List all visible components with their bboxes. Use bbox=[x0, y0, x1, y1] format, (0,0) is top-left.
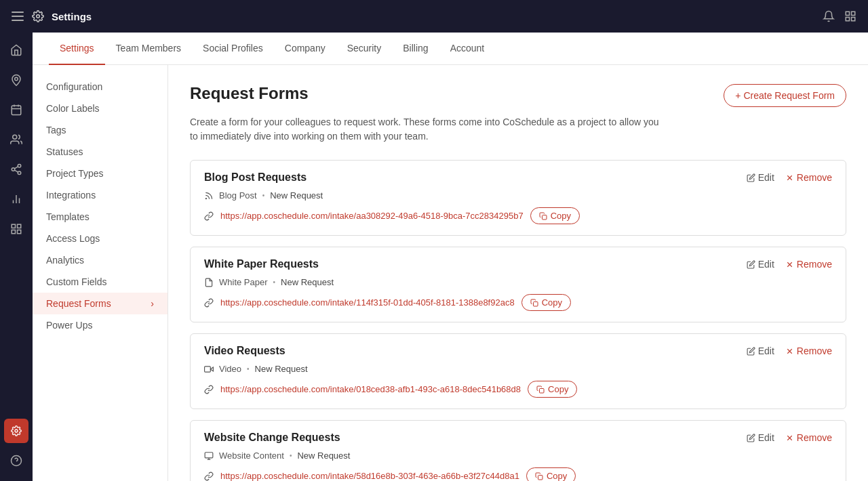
copy-icon-website-change bbox=[535, 472, 543, 480]
sidebar-icon-people[interactable] bbox=[4, 127, 28, 152]
sidebar-item-project-types[interactable]: Project Types bbox=[33, 163, 167, 184]
copy-white-paper-button[interactable]: Copy bbox=[521, 294, 571, 311]
sidebar-item-configuration[interactable]: Configuration bbox=[33, 76, 167, 98]
sidebar-item-tags[interactable]: Tags bbox=[33, 119, 167, 141]
copy-blog-post-button[interactable]: Copy bbox=[530, 207, 580, 224]
remove-blog-post-button[interactable]: Remove bbox=[785, 172, 832, 183]
remove-blog-post-label: Remove bbox=[797, 172, 832, 183]
copy-icon-video bbox=[536, 385, 545, 394]
page-header: Request Forms + Create Request Form bbox=[190, 84, 846, 107]
edit-blog-post-label: Edit bbox=[758, 172, 774, 183]
svg-point-8 bbox=[15, 77, 18, 81]
chevron-right-icon: › bbox=[151, 298, 154, 309]
sidebar-item-color-labels[interactable]: Color Labels bbox=[33, 98, 167, 119]
edit-video-button[interactable]: Edit bbox=[747, 346, 774, 356]
svg-rect-4 bbox=[846, 12, 849, 15]
top-bar-right bbox=[822, 9, 857, 23]
form-card-website-change-actions: Edit Remove bbox=[747, 432, 832, 443]
svg-rect-0 bbox=[12, 12, 24, 13]
sidebar-item-power-ups[interactable]: Power Ups bbox=[33, 314, 167, 336]
remove-video-button[interactable]: Remove bbox=[785, 346, 832, 356]
bell-icon[interactable] bbox=[822, 9, 835, 23]
app-title: Settings bbox=[52, 11, 92, 22]
form-badge-video: New Request bbox=[255, 364, 308, 374]
sidebar-icon-location[interactable] bbox=[4, 68, 28, 92]
svg-rect-22 bbox=[12, 224, 15, 228]
svg-line-18 bbox=[14, 167, 18, 169]
settings-gear-icon bbox=[31, 9, 45, 23]
url-website-change[interactable]: https://app.coschedule.com/intake/58d16e… bbox=[220, 471, 519, 481]
sidebar-item-request-forms[interactable]: Request Forms › bbox=[33, 293, 167, 314]
sidebar-icon-calendar[interactable] bbox=[4, 98, 28, 122]
sidebar-icon-integrations[interactable] bbox=[4, 217, 28, 241]
sidebar-item-templates[interactable]: Templates bbox=[33, 206, 167, 228]
create-request-form-button[interactable]: + Create Request Form bbox=[724, 84, 846, 107]
tab-account[interactable]: Account bbox=[439, 33, 496, 65]
document-icon-white-paper bbox=[204, 278, 214, 287]
sidebar-icon-home[interactable] bbox=[4, 38, 28, 62]
sidebar-item-request-forms-label: Request Forms bbox=[46, 298, 111, 309]
remove-white-paper-button[interactable]: Remove bbox=[785, 259, 832, 270]
sidebar-item-custom-fields[interactable]: Custom Fields bbox=[33, 271, 167, 293]
svg-rect-46 bbox=[538, 475, 542, 480]
main-content: Request Forms + Create Request Form Crea… bbox=[168, 65, 868, 481]
form-type-white-paper: White Paper bbox=[219, 277, 268, 287]
svg-rect-35 bbox=[533, 301, 538, 306]
copy-website-change-label: Copy bbox=[547, 471, 567, 481]
form-card-video-header: Video Requests Edit Remove bbox=[204, 345, 832, 357]
form-badge-website-change: New Request bbox=[297, 451, 350, 461]
form-card-video-actions: Edit Remove bbox=[747, 346, 832, 356]
gear-settings-icon[interactable] bbox=[4, 419, 28, 443]
svg-rect-32 bbox=[542, 215, 547, 219]
form-card-video-meta: Video • New Request bbox=[204, 364, 832, 374]
sidebar-item-statuses[interactable]: Statuses bbox=[33, 141, 167, 163]
sidebar-icon-analytics[interactable] bbox=[4, 187, 28, 211]
top-bar-left: Settings bbox=[11, 9, 92, 23]
rss-icon bbox=[204, 191, 214, 201]
remove-white-paper-label: Remove bbox=[797, 259, 832, 270]
remove-website-change-label: Remove bbox=[797, 432, 832, 443]
form-card-white-paper-meta: White Paper • New Request bbox=[204, 277, 832, 287]
form-card-website-change-header: Website Change Requests Edit Remove bbox=[204, 432, 832, 444]
help-icon[interactable] bbox=[4, 448, 28, 473]
form-card-blog-post-meta: Blog Post • New Request bbox=[204, 190, 832, 201]
edit-white-paper-button[interactable]: Edit bbox=[747, 259, 774, 270]
form-card-blog-post-header: Blog Post Requests Edit Remove bbox=[204, 171, 832, 184]
remove-website-change-button[interactable]: Remove bbox=[785, 432, 832, 443]
tab-company[interactable]: Company bbox=[274, 33, 336, 65]
edit-website-change-label: Edit bbox=[758, 432, 774, 443]
tab-settings[interactable]: Settings bbox=[49, 33, 105, 65]
svg-rect-5 bbox=[852, 12, 855, 15]
edit-white-paper-label: Edit bbox=[758, 259, 774, 270]
url-white-paper[interactable]: https://app.coschedule.com/intake/114f31… bbox=[220, 297, 515, 308]
form-card-white-paper-header: White Paper Requests Edit Remove bbox=[204, 258, 832, 270]
tab-social-profiles[interactable]: Social Profiles bbox=[192, 33, 274, 65]
sidebar-item-analytics[interactable]: Analytics bbox=[33, 249, 167, 271]
svg-rect-25 bbox=[18, 230, 21, 234]
edit-blog-post-button[interactable]: Edit bbox=[747, 172, 774, 183]
monitor-icon bbox=[204, 451, 214, 461]
video-icon bbox=[204, 364, 214, 374]
svg-rect-43 bbox=[205, 452, 213, 457]
page-title: Request Forms bbox=[190, 84, 309, 103]
sidebar-item-access-logs[interactable]: Access Logs bbox=[33, 228, 167, 249]
copy-video-button[interactable]: Copy bbox=[528, 381, 577, 398]
tab-billing[interactable]: Billing bbox=[392, 33, 439, 65]
grid-icon[interactable] bbox=[844, 9, 857, 23]
menu-icon[interactable] bbox=[11, 9, 24, 23]
tab-security[interactable]: Security bbox=[336, 33, 393, 65]
form-card-white-paper-actions: Edit Remove bbox=[747, 259, 832, 270]
sidebar-item-integrations[interactable]: Integrations bbox=[33, 184, 167, 206]
sidebar-icon-workflow[interactable] bbox=[4, 157, 28, 182]
form-card-blog-post: Blog Post Requests Edit Remove bbox=[190, 160, 846, 236]
tab-team-members[interactable]: Team Members bbox=[105, 33, 192, 65]
edit-website-change-button[interactable]: Edit bbox=[747, 432, 774, 443]
svg-marker-38 bbox=[210, 367, 213, 371]
form-card-video: Video Requests Edit Remove bbox=[190, 333, 846, 409]
svg-rect-24 bbox=[12, 230, 15, 234]
url-video[interactable]: https://app.coschedule.com/intake/018ced… bbox=[220, 384, 521, 394]
body-area: Configuration Color Labels Tags Statuses… bbox=[33, 65, 868, 481]
page-description: Create a form for your colleagues to req… bbox=[190, 115, 665, 144]
copy-website-change-button[interactable]: Copy bbox=[526, 467, 576, 481]
url-blog-post[interactable]: https://app.coschedule.com/intake/aa3082… bbox=[220, 211, 524, 221]
